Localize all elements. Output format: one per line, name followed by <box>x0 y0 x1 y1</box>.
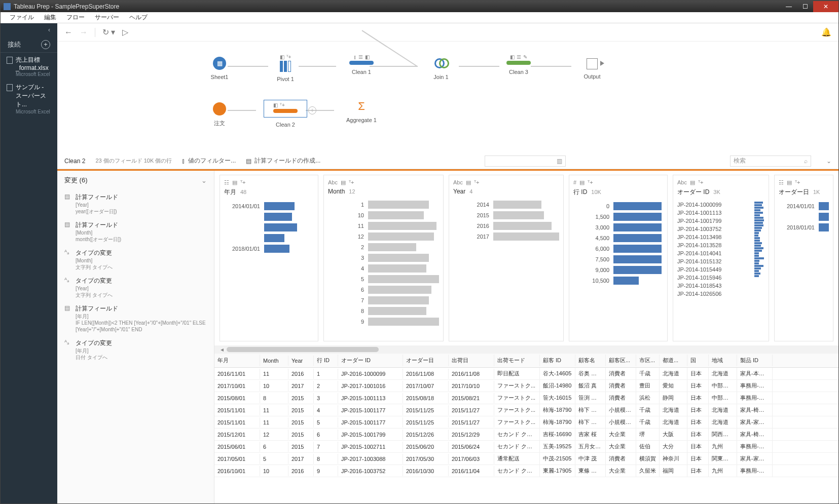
add-connection-button[interactable]: + <box>41 40 50 49</box>
field-menu-icon[interactable]: ▤ <box>341 179 346 186</box>
column-header[interactable]: 顧客名 <box>575 355 606 366</box>
maximize-button[interactable]: ☐ <box>797 1 813 12</box>
close-button[interactable]: ✕ <box>813 1 838 12</box>
change-type-icon: ▤ <box>64 221 71 228</box>
table-row[interactable]: 2015/08/01820153JP-2015-10011132015/08/1… <box>214 392 838 404</box>
table-row[interactable]: 2015/11/011120155JP-2015-10011772015/11/… <box>214 416 838 429</box>
connection-file[interactable]: サンプル - スーパースト... Microsoft Excel <box>1 80 57 118</box>
table-row[interactable]: 2017/05/01520178JP-2017-10030882017/05/3… <box>214 453 838 465</box>
column-header[interactable]: 出荷モード <box>494 355 540 366</box>
node-badges: ◧ᵀ+ <box>273 102 298 108</box>
column-header[interactable]: 顧客区... <box>606 355 636 366</box>
profile-card[interactable]: ☷▤ᵀ+年月482014/01/012018/01/01 <box>220 175 318 341</box>
menu-flow[interactable]: フロー <box>61 12 90 23</box>
field-menu-icon[interactable]: ▤ <box>690 179 695 186</box>
calc-icon: ▤ <box>246 158 251 165</box>
column-header[interactable]: 年月 <box>214 355 260 366</box>
field-menu-icon[interactable]: ▤ <box>579 179 585 186</box>
column-header[interactable]: 出荷日 <box>449 355 494 366</box>
type-icon: ☷ <box>224 179 229 186</box>
connections-sidebar: ‹ 接続 + 売上目標_format.xlsx Microsoft Excel … <box>1 23 57 503</box>
node-output[interactable]: Output <box>564 58 620 80</box>
table-row[interactable]: 2015/06/01620157JP-2015-10027112015/06/2… <box>214 441 838 453</box>
field-options-icon[interactable]: ᵀ+ <box>240 179 245 186</box>
pivot-icon <box>280 61 291 72</box>
flow-canvas[interactable]: ▦ Sheet1 ◧ᵀ+ Pivot 1 ⫿☰◧ Clean 1 Join 1 … <box>57 42 838 153</box>
column-header[interactable]: 顧客 ID <box>540 355 575 366</box>
minimize-button[interactable]: — <box>781 1 797 12</box>
field-menu-icon[interactable]: ▤ <box>787 179 792 186</box>
alerts-icon[interactable]: 🔔 <box>821 27 831 37</box>
forward-icon[interactable]: → <box>80 28 88 37</box>
node-clean2[interactable]: ◧ᵀ+ Clean 2 <box>258 100 313 128</box>
filter-values-button[interactable]: ⫿値のフィルター... <box>182 157 236 165</box>
menu-file[interactable]: ファイル <box>5 12 39 23</box>
profile-card[interactable]: Abc▤ᵀ+Year42014201520162017 <box>449 175 564 341</box>
step-summary: 23 個のフィールド 10K 個の行 <box>95 157 172 165</box>
column-header[interactable]: 市区... <box>636 355 660 366</box>
menu-server[interactable]: サーバー <box>90 12 124 23</box>
expand-icon[interactable]: ⌄ <box>826 158 831 165</box>
field-options-icon[interactable]: ᵀ+ <box>588 179 593 186</box>
run-flow-icon[interactable]: ▷ <box>122 27 128 37</box>
datasource-icon <box>213 102 226 115</box>
add-step-button[interactable]: + <box>308 106 316 114</box>
field-options-icon[interactable]: ᵀ+ <box>698 179 703 186</box>
refresh-icon[interactable]: ↻ ▾ <box>102 27 115 37</box>
field-menu-icon[interactable]: ▤ <box>232 179 237 186</box>
menu-edit[interactable]: 編集 <box>39 12 61 23</box>
profile-card[interactable]: #▤ᵀ+行 ID10K01,5003,0004,5006,0007,5009,0… <box>569 175 668 341</box>
column-header[interactable]: オーダー ID <box>338 355 403 366</box>
step-toolbar: Clean 2 23 個のフィールド 10K 個の行 ⫿値のフィルター... ▤… <box>57 153 838 169</box>
change-type-icon: ᴬₐ <box>64 277 71 284</box>
horizontal-scrollbar[interactable]: ◂ <box>214 345 838 354</box>
back-icon[interactable]: ← <box>64 28 72 37</box>
table-row[interactable]: 2016/10/011020169JP-2016-10037522016/10/… <box>214 465 838 477</box>
menu-help[interactable]: ヘルプ <box>124 12 153 23</box>
change-item[interactable]: ᴬₐタイプの変更[Year]文字列 タイプへ <box>57 274 214 301</box>
profile-card[interactable]: ☷▤ᵀ+オーダー日1K2014/01/012018/01/01 <box>774 175 833 341</box>
change-item[interactable]: ᴬₐタイプの変更[年月]日付 タイプへ <box>57 336 214 364</box>
field-menu-icon[interactable]: ▤ <box>466 179 471 186</box>
column-header[interactable]: 都道... <box>660 355 687 366</box>
node-join1[interactable]: Join 1 <box>413 57 469 80</box>
column-header[interactable]: オーダー日 <box>403 355 449 366</box>
profile-card[interactable]: Abc▤ᵀ+Month12110111223456789 <box>323 175 444 341</box>
column-header[interactable]: Month <box>260 356 288 366</box>
join-icon <box>434 57 448 70</box>
data-grid: 年月MonthYear行 IDオーダー IDオーダー日出荷日出荷モード顧客 ID… <box>214 354 838 503</box>
column-header[interactable]: 製品 ID <box>737 355 773 366</box>
table-row[interactable]: 2015/12/011220156JP-2015-10017992015/12/… <box>214 429 838 441</box>
change-item[interactable]: ᴬₐタイプの変更[Month]文字列 タイプへ <box>57 246 214 274</box>
column-header[interactable]: 行 ID <box>314 355 338 366</box>
clean-icon <box>273 109 298 113</box>
profile-card[interactable]: Abc▤ᵀ+オーダー ID3KJP-2014-1000099JP-2014-10… <box>673 175 769 341</box>
node-aggregate1[interactable]: Σ Aggregate 1 <box>334 100 389 123</box>
collapse-sidebar-icon[interactable]: ‹ <box>48 26 50 33</box>
column-header[interactable]: 国 <box>687 355 709 366</box>
column-header[interactable]: Year <box>288 356 314 366</box>
column-header[interactable]: 地域 <box>709 355 737 366</box>
node-order[interactable]: 注文 <box>192 102 247 127</box>
change-item[interactable]: ▤計算フィールド[Month]month([オーダー日]) <box>57 218 214 246</box>
node-pivot1[interactable]: ◧ᵀ+ Pivot 1 <box>258 54 313 82</box>
search-input[interactable]: 検索 ⌕ <box>730 156 811 167</box>
field-options-icon[interactable]: ᵀ+ <box>349 179 354 186</box>
node-sheet1[interactable]: ▦ Sheet1 <box>192 57 247 80</box>
chevron-down-icon[interactable]: ⌄ <box>201 177 207 184</box>
search-input[interactable]: ▥ <box>485 156 566 167</box>
connection-file[interactable]: 売上目標_format.xlsx Microsoft Excel <box>1 53 57 80</box>
datasource-icon: ▦ <box>213 57 226 70</box>
table-row[interactable]: 2017/10/011020172JP-2017-10010162017/10/… <box>214 380 838 392</box>
clean-icon <box>349 61 374 65</box>
table-row[interactable]: 2015/11/011120154JP-2015-10011772015/11/… <box>214 404 838 416</box>
layout-icon[interactable]: ▥ <box>557 158 562 165</box>
change-item[interactable]: ▤計算フィールド[Year]year([オーダー日]) <box>57 190 214 218</box>
change-item[interactable]: ▤計算フィールド[年月]IF LEN([Month])<2 THEN [Year… <box>57 301 214 336</box>
table-row[interactable]: 2016/11/011120161JP-2016-10000992016/11/… <box>214 368 838 380</box>
node-clean3[interactable]: ◧☰✎ Clean 3 <box>491 54 546 75</box>
field-options-icon[interactable]: ᵀ+ <box>795 179 800 186</box>
field-options-icon[interactable]: ᵀ+ <box>474 179 479 186</box>
create-calc-field-button[interactable]: ▤計算フィールドの作成... <box>246 157 320 165</box>
node-clean1[interactable]: ⫿☰◧ Clean 1 <box>334 54 389 75</box>
